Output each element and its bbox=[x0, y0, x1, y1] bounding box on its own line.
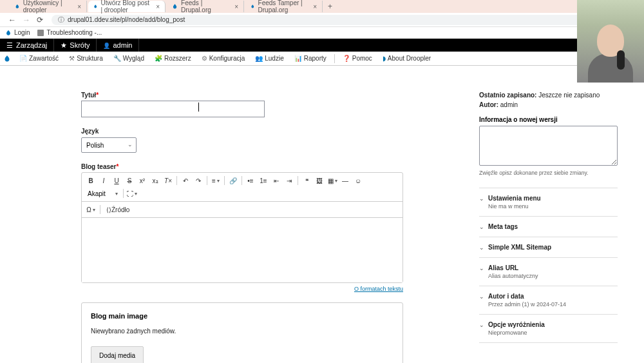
editor-toolbar-2: Ω▾ ⟨⟩ Źródło bbox=[82, 202, 402, 218]
close-icon[interactable]: × bbox=[313, 3, 317, 10]
strike-button[interactable]: S bbox=[124, 175, 135, 186]
bookmark-label: Troubleshooting -... bbox=[46, 29, 102, 36]
bookmark-login[interactable]: Login bbox=[5, 29, 30, 36]
tab-create-blog[interactable]: Utwórz Blog post | droopler × bbox=[88, 1, 166, 12]
indent-button[interactable]: ⇥ bbox=[283, 175, 295, 186]
gear-icon: ⚙ bbox=[202, 55, 207, 62]
menu-structure[interactable]: ⚒Struktura bbox=[64, 55, 108, 62]
blockquote-button[interactable]: ❝ bbox=[301, 175, 312, 186]
drupal-home-icon[interactable] bbox=[0, 55, 14, 63]
superscript-button[interactable]: x² bbox=[137, 175, 148, 186]
subscript-button[interactable]: x₂ bbox=[149, 175, 161, 186]
accordion-xml-sitemap[interactable]: ⌄ Simple XML Sitemap bbox=[479, 237, 618, 258]
menu-people[interactable]: 👥Ludzie bbox=[250, 55, 289, 62]
menu-config[interactable]: ⚙Konfiguracja bbox=[196, 55, 251, 62]
drupal-icon bbox=[172, 3, 178, 10]
manage-toggle[interactable]: Zarządzaj bbox=[0, 39, 54, 52]
bookmark-troubleshooting[interactable]: Troubleshooting -... bbox=[37, 29, 102, 36]
main-column: Tytuł* Język Polish ⌄ Blog teaser* B I U… bbox=[81, 92, 403, 363]
tab-feeds[interactable]: Feeds | Drupal.org × bbox=[167, 1, 244, 12]
add-media-button[interactable]: Dodaj media bbox=[91, 346, 144, 363]
accordion-promotion[interactable]: ⌄ Opcje wyróżnienia Niepromowane bbox=[479, 315, 618, 343]
tab-users[interactable]: Użytkownicy | droopler × bbox=[10, 1, 87, 12]
user-menu[interactable]: admin bbox=[97, 39, 139, 52]
url-text: drupal01.ddev.site/pl/node/add/blog_post bbox=[68, 16, 185, 23]
browser-nav: ← → ⟳ ⓘ drupal01.ddev.site/pl/node/add/b… bbox=[0, 13, 644, 27]
hr-button[interactable]: — bbox=[339, 175, 351, 186]
chevron-down-icon: ⌄ bbox=[479, 293, 484, 300]
hamburger-icon bbox=[6, 41, 13, 50]
number-list-button[interactable]: 1≡ bbox=[258, 175, 269, 186]
undo-button[interactable]: ↶ bbox=[180, 175, 191, 186]
menu-extend[interactable]: 🧩Rozszerz bbox=[149, 55, 196, 62]
back-button[interactable]: ← bbox=[5, 15, 19, 25]
table-button[interactable]: ▦▾ bbox=[327, 175, 338, 186]
align-button[interactable]: ≡▾ bbox=[210, 175, 222, 186]
link-button[interactable]: 🔗 bbox=[227, 175, 239, 186]
editor-toolbar: B I U S x² x₂ T× ↶ ↷ ≡▾ 🔗 •≡ 1≡ bbox=[82, 173, 402, 202]
media-empty-message: Niewybrano żadnych mediów. bbox=[91, 328, 393, 335]
close-icon[interactable]: × bbox=[156, 3, 160, 10]
reload-button[interactable]: ⟳ bbox=[33, 15, 46, 25]
revision-log-hint: Zwięźle opisz dokonane przez siebie zmia… bbox=[479, 170, 618, 176]
url-bar[interactable]: ⓘ drupal01.ddev.site/pl/node/add/blog_po… bbox=[52, 15, 639, 25]
divider bbox=[334, 54, 335, 63]
outdent-button[interactable]: ⇤ bbox=[270, 175, 282, 186]
menu-content[interactable]: 📄Zawartość bbox=[14, 55, 64, 62]
italic-button[interactable]: I bbox=[98, 175, 109, 186]
chevron-down-icon: ⌄ bbox=[479, 224, 484, 230]
structure-icon: ⚒ bbox=[69, 55, 75, 62]
menu-reports[interactable]: 📊Raporty bbox=[289, 55, 332, 62]
media-field: Blog main image Niewybrano żadnych medió… bbox=[81, 302, 403, 363]
accordion-menu-settings[interactable]: ⌄ Ustawienia menu Nie ma w menu bbox=[479, 188, 618, 217]
webcam-overlay bbox=[577, 0, 644, 83]
special-char-button[interactable]: ☺ bbox=[352, 175, 364, 186]
folder-icon bbox=[37, 30, 44, 36]
tab-feeds-tamper[interactable]: Feeds Tamper | Drupal.org × bbox=[245, 1, 323, 12]
tab-label: Feeds | Drupal.org bbox=[181, 0, 229, 14]
droopler-icon: ◗ bbox=[383, 55, 386, 62]
new-tab-button[interactable]: + bbox=[324, 2, 336, 11]
file-icon: 📄 bbox=[19, 55, 27, 62]
chevron-down-icon: ⌄ bbox=[479, 322, 484, 328]
chevron-down-icon: ⌄ bbox=[479, 265, 484, 271]
bullet-list-button[interactable]: •≡ bbox=[245, 175, 256, 186]
close-icon[interactable]: × bbox=[234, 3, 238, 10]
menu-about-droopler[interactable]: ◗About Droopler bbox=[377, 55, 436, 62]
remove-format-button[interactable]: T× bbox=[162, 175, 174, 186]
tab-label: Feeds Tamper | Drupal.org bbox=[258, 0, 308, 14]
title-input[interactable] bbox=[81, 101, 265, 117]
menu-appearance[interactable]: 🔧Wygląd bbox=[108, 55, 149, 62]
paragraph-format-select[interactable]: Akapit▾ bbox=[85, 189, 120, 199]
language-select[interactable]: Polish bbox=[81, 137, 137, 153]
shortcuts-label: Skróty bbox=[70, 41, 90, 49]
chart-icon: 📊 bbox=[294, 55, 302, 62]
special-button[interactable]: Ω▾ bbox=[85, 204, 97, 215]
sidebar-accordion: ⌄ Ustawienia menu Nie ma w menu ⌄ Meta t… bbox=[479, 188, 618, 343]
bold-button[interactable]: B bbox=[85, 175, 97, 186]
close-icon[interactable]: × bbox=[77, 3, 81, 10]
editor-content[interactable] bbox=[82, 218, 402, 282]
text-formats-link[interactable]: O formatach tekstu bbox=[81, 286, 403, 292]
admin-toolbar: Zarządzaj Skróty admin bbox=[0, 39, 644, 52]
chevron-down-icon: ⌄ bbox=[479, 195, 484, 202]
underline-button[interactable]: U bbox=[111, 175, 122, 186]
drupal-icon bbox=[251, 3, 255, 10]
shortcuts-menu[interactable]: Skróty bbox=[54, 39, 97, 52]
accordion-url-alias[interactable]: ⌄ Alias URL Alias automatyczny bbox=[479, 258, 618, 286]
forward-button[interactable]: → bbox=[19, 15, 33, 25]
redo-button[interactable]: ↷ bbox=[193, 175, 204, 186]
author: Autor: admin bbox=[479, 101, 618, 108]
revision-log-input[interactable] bbox=[479, 126, 618, 166]
accordion-meta-tags[interactable]: ⌄ Meta tags bbox=[479, 217, 618, 237]
help-icon: ❓ bbox=[343, 55, 350, 62]
revision-log-label: Informacja o nowej wersji bbox=[479, 116, 618, 123]
star-icon bbox=[61, 41, 70, 50]
menu-help[interactable]: ❓Pomoc bbox=[337, 55, 377, 62]
accordion-author-date[interactable]: ⌄ Autor i data Przez admin (1) w 2024-07… bbox=[479, 286, 618, 315]
image-button[interactable]: 🖼 bbox=[314, 175, 325, 186]
media-label: Blog main image bbox=[91, 312, 393, 320]
tab-label: Utwórz Blog post | droopler bbox=[100, 0, 151, 14]
source-button[interactable]: ⟨⟩ Źródło bbox=[104, 204, 132, 215]
fullscreen-button[interactable]: ⛶▾ bbox=[126, 188, 138, 199]
